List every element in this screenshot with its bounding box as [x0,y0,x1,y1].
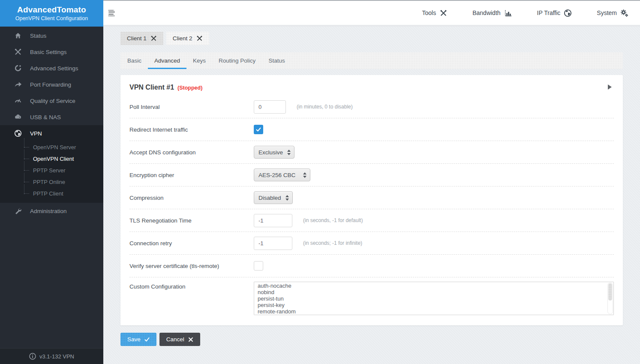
menu-toggle-icon[interactable] [108,9,117,16]
tree-connector [22,165,30,176]
field-label: Verify server certificate (tls-remote) [129,263,254,269]
topnav-label: Bandwidth [472,9,500,16]
sidebar-item-port-forwarding[interactable]: Port Forwarding [0,76,103,93]
tab-basic[interactable]: Basic [121,52,148,69]
connection-retry-input[interactable] [254,237,292,250]
tab-routing-policy[interactable]: Routing Policy [212,52,262,69]
save-button[interactable]: Save [120,333,156,346]
sidebar-subitem-label: PPTP Client [33,190,63,197]
sidebar-subitem-label: PPTP Online [33,179,65,185]
tree-connector [22,188,30,199]
topnav-label: IP Traffic [537,9,561,16]
tools-icon [439,9,448,17]
bandwidth-icon [504,9,512,17]
vpn-client-form-card: VPN Client #1 (Stopped) Poll Interval (i… [120,75,623,325]
sidebar-subitem-pptp-online[interactable]: PPTP Online [0,176,103,188]
verify-cert-checkbox[interactable] [254,261,263,271]
tls-renegotiation-input[interactable] [254,214,292,227]
sidebar-subitem-label: OpenVPN Client [33,156,74,162]
check-icon [256,127,261,132]
sidebar-item-usb-nas[interactable]: USB & NAS [0,109,103,125]
form-row-accept-dns: Accept DNS configuration Exclusive [129,141,614,164]
topnav-ip-traffic[interactable]: IP Traffic [537,9,572,17]
field-label: Poll Interval [129,104,254,110]
accept-dns-select[interactable]: Exclusive [254,146,294,159]
sidebar-subitem-openvpn-client[interactable]: OpenVPN Client [0,153,103,165]
form-row-compression: Compression Disabled [129,187,614,209]
sidebar-item-status[interactable]: Status [0,27,103,44]
app-logo[interactable]: AdvancedTomato OpenVPN Client Configurat… [0,0,103,27]
sidebar-item-basic-settings[interactable]: Basic Settings [0,44,103,60]
cancel-button[interactable]: Cancel [159,333,200,346]
topnav-bandwidth[interactable]: Bandwidth [472,9,512,17]
field-hint: (in minutes, 0 to disable) [297,104,353,110]
select-arrows-icon [287,150,291,155]
forward-arrow-icon [14,81,22,88]
form-row-redirect-traffic: Redirect Internet traffic [129,118,614,141]
top-header: Tools Bandwidth IP Traffic [103,0,640,27]
home-icon [14,32,22,39]
topnav-system[interactable]: System [597,9,628,17]
main-content: Client 1 Client 2 Basic Advanced Keys Ro… [103,27,640,364]
sidebar-item-administration[interactable]: Administration [0,203,103,219]
topnav-label: Tools [422,9,436,16]
sidebar-item-label: Quality of Service [30,98,75,104]
tools-icon [150,35,157,42]
poll-interval-input[interactable] [254,100,286,114]
section-tabs: Basic Advanced Keys Routing Policy Statu… [120,52,623,69]
wrench-icon [14,207,22,215]
custom-config-textarea[interactable]: auth-nocache nobind persist-tun persist-… [254,282,614,315]
top-navigation: Tools Bandwidth IP Traffic [422,9,629,17]
form-actions: Save Cancel [120,333,623,346]
tab-advanced[interactable]: Advanced [148,52,186,69]
sidebar-subitem-pptp-client[interactable]: PPTP Client [0,188,103,199]
check-icon [144,337,150,342]
field-label: Connection retry [129,240,254,247]
sidebar-item-label: USB & NAS [30,114,61,120]
tab-client-1[interactable]: Client 1 [120,32,163,45]
sidebar-subitem-openvpn-server[interactable]: OpenVPN Server [0,141,103,153]
sidebar-item-vpn[interactable]: VPN [0,125,103,141]
sidebar-subitem-pptp-server[interactable]: PPTP Server [0,165,103,176]
redirect-traffic-checkbox[interactable] [254,125,263,134]
topnav-tools[interactable]: Tools [422,9,448,17]
app-subtitle: OpenVPN Client Configuration [15,15,88,21]
collapse-arrow-icon[interactable] [608,84,612,90]
disc-icon [14,64,22,72]
cancel-label: Cancel [166,336,184,343]
tab-label: Client 1 [127,35,147,42]
info-icon [29,353,36,360]
field-label: TLS Renegotiation Time [129,217,254,224]
select-arrows-icon [285,195,289,201]
tree-connector [22,176,30,188]
form-row-connection-retry: Connection retry (in seconds; -1 for inf… [129,232,614,255]
sidebar-nav: Status Basic Settings Advanced Settings … [0,27,103,348]
tab-client-2[interactable]: Client 2 [166,32,209,45]
textarea-scrollbar[interactable] [607,283,613,314]
app-title: AdvancedTomato [17,5,86,15]
form-row-custom-config: Custom Configuration auth-nocache nobind… [129,277,614,318]
tab-keys[interactable]: Keys [186,52,212,69]
version-footer: v3.1-132 VPN [0,348,103,364]
tab-label: Client 2 [173,35,192,42]
field-label: Encryption cipher [129,172,254,178]
sidebar-item-label: VPN [30,130,42,137]
select-arrows-icon [303,172,306,178]
save-label: Save [127,336,141,343]
globe-icon [14,129,22,137]
cipher-select[interactable]: AES-256 CBC [254,168,310,181]
select-value: Disabled [258,195,281,201]
compression-select[interactable]: Disabled [254,191,293,204]
field-label: Redirect Internet traffic [129,126,254,133]
sidebar-item-advanced-settings[interactable]: Advanced Settings [0,60,103,76]
tab-status[interactable]: Status [262,52,291,69]
field-label: Custom Configuration [129,282,254,290]
gears-icon [620,9,628,17]
sidebar-item-label: Status [30,33,46,39]
sidebar-item-qos[interactable]: Quality of Service [0,93,103,109]
scrollbar-thumb[interactable] [608,283,612,301]
version-label: v3.1-132 VPN [39,353,74,360]
card-title: VPN Client #1 [129,84,174,91]
globe-icon [564,9,572,17]
drive-icon [14,113,22,121]
